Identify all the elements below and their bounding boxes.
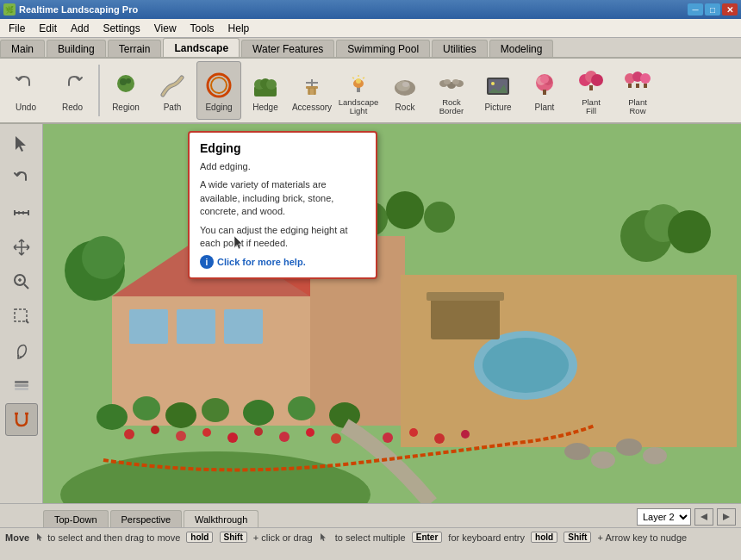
tool-plant[interactable]: Plant [522,61,567,120]
accessory-icon [296,70,327,101]
sidebar-zoom[interactable] [5,265,38,298]
tooltip-line3: You can adjust the edging height at each… [200,224,365,251]
tool-region[interactable]: Region [103,61,148,120]
svg-point-23 [402,82,409,87]
svg-line-19 [352,78,354,78]
edging-label: Edging [205,103,232,112]
layer-prev-button[interactable] [694,508,713,526]
app-title: Realtime Landscaping Pro [19,4,138,15]
tool-plant-fill[interactable]: PlantFill [569,61,613,120]
tool-plant-row[interactable]: PlantRow [615,61,660,120]
rock-label: Rock [395,103,415,112]
layer-select[interactable]: Layer 1 Layer 2 Layer 3 [637,508,691,526]
svg-point-80 [386,191,424,229]
accessory-label: Accessory [292,103,332,112]
tool-rock-border[interactable]: RockBorder [429,61,474,120]
cursor-icon-2 [319,532,329,543]
sidebar-orbit[interactable] [5,334,38,367]
tab-water-features[interactable]: Water Features [241,40,334,57]
svg-point-43 [640,73,651,84]
svg-point-87 [254,427,263,436]
menu-help[interactable]: Help [221,19,257,37]
tab-top-down[interactable]: Top-Down [43,510,109,527]
svg-line-57 [26,320,28,323]
tool-undo[interactable]: Undo [3,61,48,120]
toolbar: Undo Redo Region Path [0,59,741,124]
sidebar-measure[interactable] [5,196,38,229]
sidebar-pan[interactable] [5,231,38,264]
svg-point-82 [124,429,134,439]
tab-modeling[interactable]: Modeling [489,40,554,57]
status-desc6: + Arrow key to nudge [598,532,688,543]
maximize-button[interactable]: □ [705,3,720,16]
status-hold: hold [186,532,213,543]
status-hold2: hold [531,532,557,543]
sidebar-magnet[interactable] [5,403,38,436]
svg-rect-60 [15,388,28,390]
viewport[interactable]: Edging Add edging. A wide variety of mat… [43,124,741,503]
status-desc5: for keyboard entry [448,532,525,543]
svg-point-81 [424,202,455,233]
svg-rect-45 [636,84,639,88]
titlebar-controls: ─ □ ✕ [688,3,738,16]
landscape-light-icon [343,65,374,96]
svg-rect-58 [15,381,28,383]
sidebar-select[interactable] [5,128,38,160]
path-label: Path [164,103,182,112]
status-action: Move [5,532,29,543]
tab-terrain[interactable]: Terrain [108,40,162,57]
rock-border-label: RockBorder [439,98,464,116]
cursor-icon [35,532,46,543]
tab-walkthrough[interactable]: Walkthrough [184,510,258,527]
status-desc1 [31,532,34,543]
tool-hedge[interactable]: Hedge [243,61,288,120]
plant-fill-label: PlantFill [582,98,601,116]
minimize-button[interactable]: ─ [688,3,703,16]
tab-main[interactable]: Main [0,40,45,57]
svg-rect-59 [15,384,28,387]
svg-point-101 [288,396,315,420]
svg-point-108 [591,451,615,469]
menu-file[interactable]: File [2,19,32,37]
sidebar-undo[interactable] [5,162,38,195]
rock-border-icon [436,65,467,96]
tooltip-help-link[interactable]: i Click for more help. [200,255,365,269]
edging-icon [203,70,234,101]
svg-line-53 [24,284,28,289]
main-tabs: Main Building Terrain Landscape Water Fe… [0,38,741,59]
tooltip-line1: Add edging. [200,160,365,173]
tab-landscape[interactable]: Landscape [163,38,240,57]
tab-perspective[interactable]: Perspective [110,510,182,527]
titlebar-left: 🌿 Realtime Landscaping Pro [3,3,138,16]
menu-edit[interactable]: Edit [32,19,64,37]
tool-path[interactable]: Path [150,61,195,120]
status-desc4: to select multiple [335,532,406,543]
svg-line-20 [363,78,364,78]
tool-redo[interactable]: Redo [50,61,95,120]
tool-rock[interactable]: Rock [383,61,427,120]
tool-accessory[interactable]: Accessory [290,61,334,120]
tool-picture[interactable]: Picture [476,61,520,120]
tab-swimming-pool[interactable]: Swimming Pool [336,40,430,57]
tool-landscape-light[interactable]: LandscapeLight [336,61,381,120]
menu-view[interactable]: View [147,19,184,37]
titlebar: 🌿 Realtime Landscaping Pro ─ □ ✕ [0,0,741,19]
svg-point-84 [176,431,186,441]
status-shift2: Shift [564,532,591,543]
svg-point-39 [591,74,603,86]
tab-utilities[interactable]: Utilities [432,40,488,57]
landscape-light-label: LandscapeLight [339,98,378,116]
tab-building[interactable]: Building [47,40,106,57]
svg-point-92 [383,432,393,443]
svg-point-98 [165,402,196,428]
tool-edging[interactable]: Edging [196,61,241,120]
svg-point-94 [434,433,445,444]
close-button[interactable]: ✕ [722,3,738,16]
sidebar-layers[interactable] [5,369,38,401]
menu-tools[interactable]: Tools [184,19,221,37]
layer-next-button[interactable] [717,508,736,526]
menu-settings[interactable]: Settings [96,19,146,37]
sidebar-zoom-region[interactable] [5,300,38,333]
svg-point-35 [540,75,549,84]
menu-add[interactable]: Add [64,19,96,37]
